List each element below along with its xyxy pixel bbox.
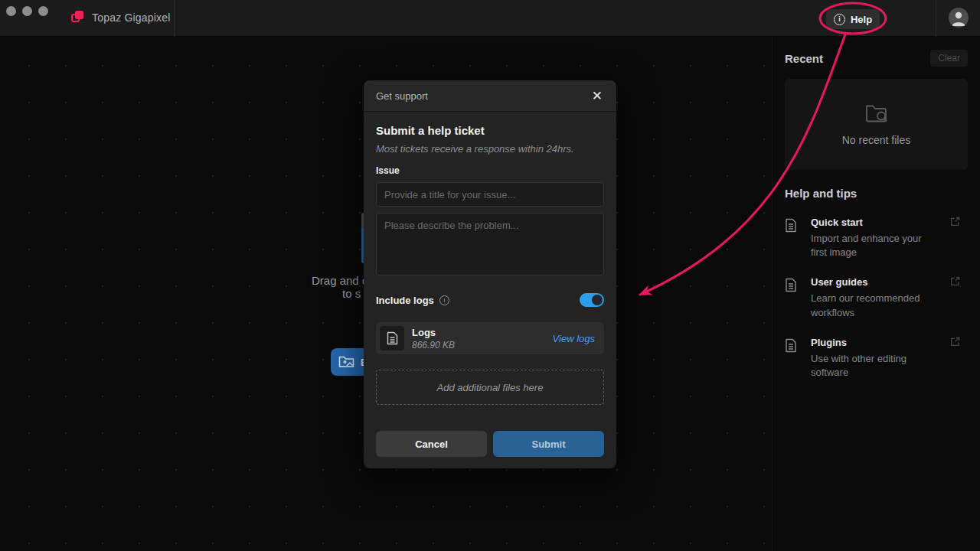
- issue-label: Issue: [376, 165, 604, 176]
- drop-instruction-text: to s: [342, 287, 361, 300]
- external-link-icon: [950, 217, 960, 229]
- drop-instruction-text: Drag and d: [312, 274, 368, 287]
- modal-header: Get support ✕: [364, 80, 616, 112]
- additional-files-dropzone[interactable]: Add additional files here: [376, 370, 604, 405]
- cancel-button[interactable]: Cancel: [376, 431, 487, 457]
- tip-title: User guides: [811, 276, 930, 288]
- ticket-heading: Submit a help ticket: [376, 124, 604, 137]
- external-link-icon: [950, 337, 960, 349]
- get-support-modal: Get support ✕ Submit a help ticket Most …: [364, 80, 616, 468]
- topbar-divider: [936, 0, 936, 37]
- tip-description: Import and enhance your first image: [811, 232, 930, 259]
- window-minimize-icon[interactable]: [22, 6, 32, 16]
- log-file-name: Logs: [412, 327, 455, 338]
- document-icon: [785, 278, 799, 319]
- issue-description-input[interactable]: [376, 213, 604, 276]
- window-close-icon[interactable]: [6, 6, 16, 16]
- no-recent-files-text: No recent files: [842, 134, 910, 146]
- folder-search-icon: [864, 103, 889, 126]
- tip-title: Plugins: [811, 337, 930, 348]
- log-file-icon: [380, 326, 404, 350]
- sidebar-item-quick-start[interactable]: Quick start Import and enhance your firs…: [785, 217, 968, 259]
- submit-button[interactable]: Submit: [493, 431, 604, 457]
- recent-empty-panel: No recent files: [785, 79, 968, 170]
- window-zoom-icon[interactable]: [38, 6, 48, 16]
- user-avatar-icon[interactable]: [949, 8, 969, 28]
- window-controls: [6, 6, 48, 16]
- issue-title-input[interactable]: [376, 182, 604, 207]
- sidebar: Recent Clear No recent files Help and ti…: [772, 37, 980, 551]
- toggle-knob: [592, 295, 603, 305]
- info-icon: i: [439, 295, 449, 305]
- modal-footer: Cancel Submit: [376, 431, 604, 457]
- ticket-subheading: Most tickets receive a response within 2…: [376, 143, 604, 155]
- include-logs-label: Include logs: [376, 295, 434, 306]
- document-icon: [785, 218, 799, 259]
- topaz-logo-icon: [70, 9, 85, 26]
- include-logs-row: Include logs i: [376, 293, 604, 307]
- include-logs-toggle[interactable]: [580, 293, 604, 307]
- view-logs-link[interactable]: View logs: [553, 333, 595, 344]
- help-button[interactable]: i Help: [826, 9, 880, 29]
- help-button-label: Help: [851, 14, 872, 25]
- app-title: Topaz Gigapixel: [92, 11, 171, 24]
- modal-title: Get support: [376, 90, 428, 102]
- tip-title: Quick start: [811, 217, 930, 228]
- topbar-divider: [174, 0, 175, 37]
- logs-file-row: Logs 866.90 KB View logs: [376, 322, 604, 354]
- image-icon: [338, 354, 354, 370]
- help-tips-section-title: Help and tips: [785, 187, 968, 200]
- tip-description: Use with other editing software: [811, 352, 930, 380]
- clear-recent-button[interactable]: Clear: [930, 50, 968, 67]
- recent-section-title: Recent: [785, 52, 823, 65]
- app-brand: Topaz Gigapixel: [70, 9, 171, 26]
- close-icon[interactable]: ✕: [590, 88, 604, 104]
- document-icon: [785, 338, 799, 380]
- sidebar-item-plugins[interactable]: Plugins Use with other editing software: [785, 337, 968, 380]
- tip-description: Learn our recommended workflows: [811, 292, 930, 319]
- modal-body: Submit a help ticket Most tickets receiv…: [364, 112, 616, 469]
- info-icon: i: [834, 14, 845, 25]
- log-file-size: 866.90 KB: [412, 340, 455, 350]
- sidebar-item-user-guides[interactable]: User guides Learn our recommended workfl…: [785, 276, 968, 319]
- external-link-icon: [950, 276, 960, 289]
- topbar: Topaz Gigapixel i Help: [0, 0, 980, 37]
